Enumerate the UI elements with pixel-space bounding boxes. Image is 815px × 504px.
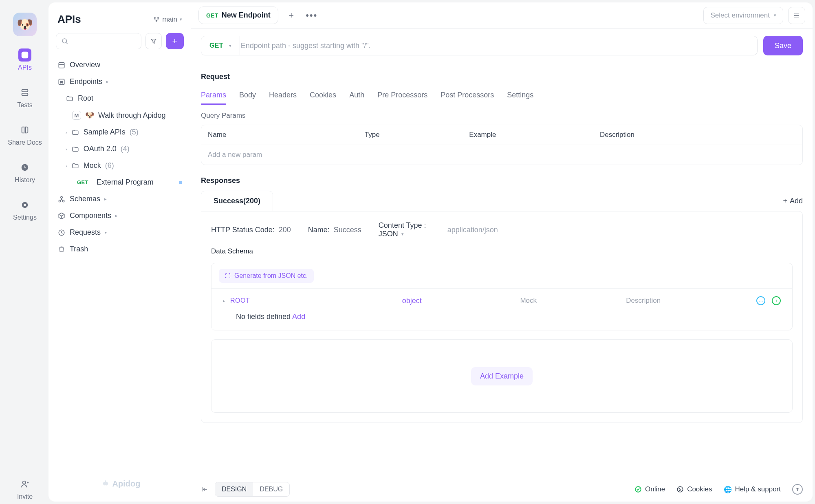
- tab-cookies[interactable]: Cookies: [310, 87, 336, 105]
- mock-label[interactable]: Mock: [520, 297, 618, 305]
- menu-button[interactable]: [788, 7, 805, 24]
- hamburger-icon: [793, 12, 800, 19]
- svg-rect-3: [22, 93, 28, 96]
- tree-walkthrough[interactable]: M 🐶 Walk through Apidog: [53, 107, 186, 124]
- tab-auth[interactable]: Auth: [349, 87, 364, 105]
- content-type-selector[interactable]: JSON ▾: [379, 230, 430, 238]
- chevron-down-icon: ▾: [229, 43, 231, 48]
- schema-more-button[interactable]: ⋯: [756, 296, 765, 305]
- plus-icon: +: [172, 36, 178, 46]
- tab-body[interactable]: Body: [239, 87, 256, 105]
- tree-label: Mock: [84, 161, 101, 170]
- brand-icon: [99, 479, 109, 489]
- col-example: Example: [463, 125, 593, 145]
- invite-icon: [18, 478, 31, 491]
- svg-point-21: [679, 489, 680, 489]
- tab-settings[interactable]: Settings: [507, 87, 533, 105]
- debug-mode-button[interactable]: DEBUG: [253, 482, 289, 496]
- tree-endpoints[interactable]: 96 Endpoints ▸: [53, 73, 186, 90]
- button-label: Generate from JSON etc.: [234, 272, 308, 280]
- tree-oauth[interactable]: › OAuth 2.0 (4): [53, 141, 186, 157]
- schema-add-button[interactable]: +: [772, 296, 781, 305]
- type-label[interactable]: object: [402, 297, 512, 305]
- gear-icon: [18, 198, 31, 211]
- tree-components[interactable]: Components ▸: [53, 207, 186, 224]
- tab-more-button[interactable]: •••: [304, 8, 319, 23]
- tree-overview[interactable]: Overview: [53, 57, 186, 73]
- tree-trash[interactable]: Trash: [53, 241, 186, 258]
- tab-params[interactable]: Params: [201, 87, 226, 105]
- tree-root[interactable]: Root: [53, 90, 186, 107]
- brand-label: Apidog: [112, 479, 141, 489]
- design-mode-button[interactable]: DESIGN: [215, 482, 253, 496]
- upload-button[interactable]: [792, 484, 803, 495]
- rail-item-invite[interactable]: Invite: [1, 475, 48, 503]
- chevron-right-icon: ›: [66, 147, 67, 152]
- add-response-button[interactable]: + Add: [783, 197, 803, 205]
- rail-item-tests[interactable]: Tests: [1, 84, 48, 111]
- add-param-placeholder: Add a new param: [201, 145, 358, 165]
- filter-button[interactable]: [145, 33, 162, 49]
- endpoint-path-input[interactable]: Endpoint path - suggest starting with "/…: [234, 36, 758, 55]
- tab-headers[interactable]: Headers: [269, 87, 297, 105]
- workspace-avatar[interactable]: 🐶: [13, 13, 37, 36]
- tree-requests[interactable]: Requests ▸: [53, 224, 186, 241]
- more-icon: •••: [306, 10, 317, 21]
- search-input[interactable]: [56, 33, 141, 49]
- rail-item-sharedocs[interactable]: Share Docs: [1, 121, 48, 149]
- status-value[interactable]: 200: [279, 226, 291, 234]
- response-tab-success[interactable]: Success(200): [201, 191, 273, 211]
- tree-mock[interactable]: › Mock (6): [53, 157, 186, 174]
- branch-icon: [153, 16, 160, 23]
- add-param-row[interactable]: Add a new param: [201, 145, 802, 165]
- folder-icon: [71, 129, 79, 136]
- description-label[interactable]: Description: [626, 297, 748, 305]
- tree-schemas[interactable]: Schemas ▸: [53, 191, 186, 207]
- schema-root-row[interactable]: ▸ ROOT object Mock Description ⋯ +: [211, 289, 792, 313]
- filter-icon: [150, 37, 157, 45]
- tab-preprocessors[interactable]: Pre Processors: [377, 87, 427, 105]
- app-rail: 🐶 96 APIs Tests Share Docs History: [1, 1, 48, 503]
- status-label: Online: [645, 485, 665, 493]
- footer: DESIGN DEBUG Online Cookies 🌐 Help & sup…: [191, 477, 813, 502]
- components-icon: [57, 212, 66, 220]
- content-type-mime: application/json: [447, 226, 498, 234]
- rail-item-apis[interactable]: 96 APIs: [1, 46, 48, 74]
- new-tab-button[interactable]: +: [284, 8, 299, 23]
- generate-from-json-button[interactable]: Generate from JSON etc.: [219, 269, 314, 283]
- branch-selector[interactable]: main ▾: [153, 15, 182, 24]
- col-type: Type: [358, 125, 463, 145]
- query-params-label: Query Params: [201, 112, 803, 120]
- overview-icon: [57, 62, 66, 69]
- responses-section: Responses Success(200) + Add HTTP Status…: [201, 176, 803, 423]
- button-label: Save: [775, 42, 791, 50]
- add-field-link[interactable]: Add: [292, 313, 305, 321]
- docs-icon: [18, 123, 31, 136]
- tests-icon: [18, 86, 31, 99]
- save-button[interactable]: Save: [763, 36, 803, 55]
- help-button[interactable]: 🌐 Help & support: [724, 485, 781, 493]
- add-example-button[interactable]: Add Example: [471, 367, 533, 385]
- online-status[interactable]: Online: [634, 485, 665, 493]
- tab-new-endpoint[interactable]: GET New Endpoint: [198, 7, 278, 24]
- schemas-icon: [57, 196, 66, 203]
- svg-text:96: 96: [60, 81, 63, 84]
- tree-sample-apis[interactable]: › Sample APIs (5): [53, 124, 186, 141]
- cookies-button[interactable]: Cookies: [676, 485, 712, 493]
- svg-point-15: [61, 196, 63, 198]
- rail-item-settings[interactable]: Settings: [1, 196, 48, 224]
- upload-icon: [795, 486, 800, 492]
- requests-icon: [57, 229, 66, 236]
- env-placeholder: Select environment: [710, 11, 770, 20]
- tree-external-program[interactable]: GET External Program: [53, 174, 186, 191]
- new-button[interactable]: +: [166, 33, 184, 49]
- emoji-icon: 🐶: [85, 111, 94, 120]
- collapse-sidebar-button[interactable]: [201, 486, 208, 493]
- rail-item-history[interactable]: History: [1, 158, 48, 186]
- rail-label: Tests: [17, 101, 32, 109]
- environment-selector[interactable]: Select environment ▾: [703, 7, 783, 24]
- name-value[interactable]: Success: [334, 226, 361, 234]
- tab-bar: GET New Endpoint + ••• Select environmen…: [191, 2, 813, 29]
- cookies-label: Cookies: [687, 485, 712, 493]
- tab-postprocessors[interactable]: Post Processors: [441, 87, 494, 105]
